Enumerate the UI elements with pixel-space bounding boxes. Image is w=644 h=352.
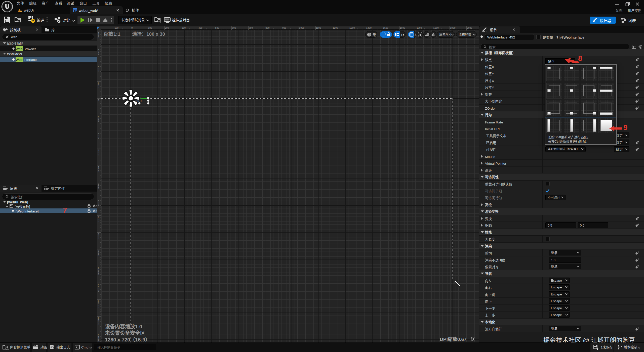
svg-text:?: ? bbox=[32, 19, 34, 23]
